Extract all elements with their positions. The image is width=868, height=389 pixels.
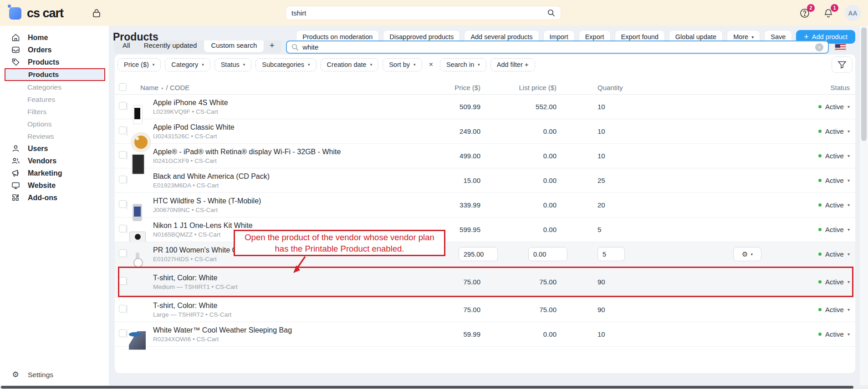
table-row[interactable]: Apple iPhone 4S White L0239KVQ9F • CS-Ca… (115, 95, 855, 119)
search-icon[interactable] (547, 9, 555, 17)
filter-chip-sort-by[interactable]: Sort by▾ (383, 58, 422, 71)
sidebar-item-orders[interactable]: Orders (0, 44, 109, 56)
sidebar-item-home[interactable]: Home (0, 31, 109, 44)
product-name-link[interactable]: Apple® - iPad® with Retina® display Wi-F… (153, 148, 341, 156)
addons-puzzle-icon (11, 193, 20, 202)
row-checkbox[interactable] (119, 249, 127, 257)
table-row[interactable]: Apple® - iPad® with Retina® display Wi-F… (115, 144, 855, 168)
clear-filters-button[interactable]: × (426, 58, 436, 71)
vertical-scrollbar-thumb[interactable] (861, 27, 867, 141)
product-code: Medium — TSHIRT1 • CS-Cart (153, 283, 389, 290)
table-row[interactable]: HTC Wildfire S - White (T-Mobile) J00670… (115, 193, 855, 217)
row-checkbox[interactable] (119, 102, 127, 110)
horizontal-scrollbar[interactable] (0, 385, 868, 389)
sidebar-subitem-categories[interactable]: Categories (0, 81, 109, 93)
status-dropdown[interactable]: Active▾ (761, 127, 855, 135)
product-thumbnail (127, 278, 128, 286)
storefront-lock-icon[interactable] (92, 8, 101, 18)
table-row[interactable]: Apple iPod Classic White U02431526C • CS… (115, 119, 855, 144)
sidebar-item-addons[interactable]: Add-ons (0, 192, 109, 204)
table-row[interactable]: T-shirt, Color: White Medium — TSHIRT1 •… (115, 267, 855, 298)
column-header-list-price[interactable]: List price ($) (480, 84, 557, 91)
status-dropdown[interactable]: Active▾ (761, 177, 855, 184)
product-name-link[interactable]: Apple iPod Classic White (153, 123, 235, 131)
sidebar-item-users[interactable]: Users (0, 142, 109, 155)
sidebar-subitem-features[interactable]: Features (0, 93, 109, 106)
notifications-bell-button[interactable]: 1 (821, 6, 836, 20)
tab-recently-updated[interactable]: Recently updated (137, 40, 204, 54)
table-row[interactable]: White Water™ Cool Weather Sleeping Bag R… (115, 322, 855, 347)
status-dropdown[interactable]: Active▾ (761, 330, 855, 338)
row-settings-gear-button[interactable]: ⚙▾ (733, 247, 761, 261)
tab-all[interactable]: All (116, 40, 137, 54)
status-dropdown[interactable]: Active▾ (761, 201, 855, 209)
status-dropdown[interactable]: Active▾ (761, 152, 855, 160)
row-checkbox[interactable] (119, 329, 127, 337)
product-name-link[interactable]: T-shirt, Color: White (153, 274, 217, 282)
status-dropdown[interactable]: Active▾ (761, 306, 855, 313)
filter-chip-creation-date[interactable]: Creation date▾ (321, 58, 379, 71)
row-checkbox[interactable] (119, 176, 127, 183)
sidebar-item-website[interactable]: Website (0, 179, 109, 192)
product-name-link[interactable]: HTC Wildfire S - White (T-Mobile) (153, 197, 261, 205)
sidebar-item-settings[interactable]: ⚙ Settings (0, 369, 109, 381)
sidebar-subitem-options[interactable]: Options (0, 118, 109, 130)
filter-funnel-button[interactable] (832, 56, 853, 73)
sidebar-item-label: Marketing (28, 169, 62, 177)
search-in-filter-chip[interactable]: Search in▾ (440, 58, 486, 71)
product-code: L0239KVQ9F • CS-Cart (153, 108, 389, 115)
column-header-name[interactable]: Name▴/ CODE (127, 84, 389, 91)
row-checkbox[interactable] (119, 200, 127, 208)
product-name-link[interactable]: Apple iPhone 4S White (153, 99, 228, 107)
row-checkbox[interactable] (119, 126, 127, 134)
quantity-input[interactable] (597, 247, 625, 261)
product-name-link[interactable]: Nikon 1 J1 One-Lens Kit White (153, 222, 253, 230)
add-filter-chip[interactable]: Add filter + (490, 58, 535, 71)
user-avatar[interactable]: AA (845, 5, 861, 21)
status-dropdown[interactable]: Active▾ (761, 250, 855, 258)
sidebar-subitem-products[interactable]: Products (5, 68, 105, 81)
sidebar-item-label: Vendors (28, 157, 56, 165)
filter-chip-price-[interactable]: Price ($)▾ (117, 58, 161, 71)
row-checkbox[interactable] (119, 225, 127, 232)
sidebar-item-products[interactable]: Products (0, 56, 109, 68)
products-search-input[interactable] (302, 43, 812, 51)
column-header-price[interactable]: Price ($) (389, 84, 480, 91)
product-name-link[interactable]: T-shirt, Color: White (153, 302, 217, 310)
filter-chip-status[interactable]: Status▾ (214, 58, 252, 71)
language-flag-us[interactable] (835, 44, 846, 51)
status-dropdown[interactable]: Active▾ (761, 226, 855, 233)
select-all-checkbox[interactable] (119, 83, 127, 91)
filter-chip-category[interactable]: Category▾ (165, 58, 210, 71)
quantity-value: 90 (597, 278, 605, 286)
help-button[interactable]: 2 (797, 6, 812, 20)
row-checkbox[interactable] (119, 305, 127, 313)
product-name-link[interactable]: Black and White America (CD Pack) (153, 172, 270, 181)
sidebar-subitem-filters[interactable]: Filters (0, 106, 109, 118)
status-dropdown[interactable]: Active▾ (761, 278, 855, 286)
cscart-logo[interactable]: cs cart (9, 6, 63, 20)
table-row[interactable]: Black and White America (CD Pack) E01923… (115, 168, 855, 193)
column-header-quantity[interactable]: Quantity (557, 84, 625, 91)
add-search-tab-button[interactable]: + (264, 40, 280, 54)
global-search (286, 6, 561, 20)
table-row[interactable]: PR 100 Women's White Quartz Watch E01027… (115, 242, 855, 267)
sidebar-item-vendors[interactable]: Vendors (0, 155, 109, 167)
vertical-scrollbar[interactable] (859, 26, 868, 385)
table-row[interactable]: T-shirt, Color: White Large — TSHIRT2 • … (115, 298, 855, 322)
column-header-status[interactable]: Status (761, 84, 855, 91)
clear-search-icon[interactable]: × (815, 43, 823, 51)
sidebar-subitem-reviews[interactable]: Reviews (0, 130, 109, 142)
chevron-down-icon: ▾ (751, 252, 753, 257)
row-checkbox[interactable] (119, 151, 127, 159)
global-search-input[interactable] (291, 9, 547, 17)
product-name-link[interactable]: White Water™ Cool Weather Sleeping Bag (153, 326, 292, 334)
status-dropdown[interactable]: Active▾ (761, 103, 855, 111)
horizontal-scrollbar-thumb[interactable] (1, 386, 853, 389)
tab-custom-search[interactable]: Custom search (204, 40, 264, 52)
table-row[interactable]: Nikon 1 J1 One-Lens Kit White N0165BQMZZ… (115, 217, 855, 242)
chevron-down-icon: ▾ (848, 227, 850, 232)
filter-chip-subcategories[interactable]: Subcategories▾ (255, 58, 316, 71)
sidebar-item-marketing[interactable]: Marketing (0, 167, 109, 179)
row-checkbox[interactable] (119, 277, 127, 285)
